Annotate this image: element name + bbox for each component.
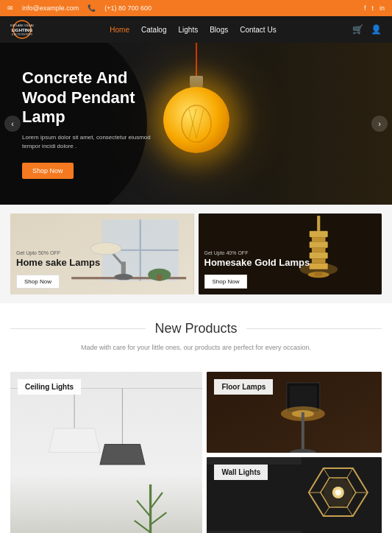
hero-description: Lorem ipsum dolor sit amet, consectetur … bbox=[22, 133, 162, 151]
section-title: New Products bbox=[154, 321, 237, 336]
promo-1-btn[interactable]: Shop Now bbox=[16, 275, 60, 289]
promo-card-2-content: Get Upto 40% OFF Homesake Gold Lamps Sho… bbox=[199, 244, 316, 294]
top-bar-social: f t in bbox=[364, 4, 385, 12]
lamp-cord bbox=[196, 43, 197, 80]
svg-rect-50 bbox=[302, 412, 304, 453]
product-col-left: Ceiling Lights bbox=[10, 372, 202, 533]
svg-point-63 bbox=[324, 478, 353, 507]
facebook-icon[interactable]: f bbox=[364, 4, 366, 12]
svg-point-14 bbox=[114, 274, 132, 280]
svg-line-7 bbox=[196, 109, 204, 138]
hero-title: Concrete And Wood Pendant Lamp bbox=[22, 68, 162, 127]
hero-next-arrow[interactable]: › bbox=[371, 116, 388, 132]
hero-prev-arrow[interactable]: ‹ bbox=[4, 116, 21, 132]
top-bar: ✉ info@example.com 📞 (+1) 80 700 600 f t… bbox=[0, 0, 392, 16]
floor-lamps-label: Floor Lamps bbox=[214, 379, 273, 395]
email-icon: ✉ bbox=[7, 4, 13, 12]
svg-rect-20 bbox=[317, 216, 320, 231]
svg-rect-21 bbox=[309, 231, 327, 237]
nav-blogs[interactable]: Blogs bbox=[210, 26, 228, 34]
promo-1-discount: Get Upto 50% OFF bbox=[16, 250, 100, 255]
instagram-icon[interactable]: in bbox=[379, 4, 385, 12]
svg-rect-22 bbox=[311, 237, 325, 241]
nav-links: Home Catalog Lights Blogs Contact Us bbox=[110, 26, 276, 34]
section-divider: New Products bbox=[10, 321, 382, 336]
promo-1-title: Home sake Lamps bbox=[16, 257, 100, 269]
svg-rect-47 bbox=[290, 386, 317, 409]
product-grid: Ceiling Lights bbox=[0, 363, 392, 533]
nav-icons: 🛒 👤 bbox=[352, 24, 382, 35]
svg-marker-36 bbox=[100, 445, 145, 465]
wall-lights-card[interactable]: Wall Lights bbox=[207, 457, 382, 533]
promo-2-discount: Get Upto 40% OFF bbox=[204, 250, 310, 255]
nav-home[interactable]: Home bbox=[110, 26, 129, 34]
product-col-right: Floor Lamps bbox=[207, 372, 382, 533]
promo-2-title: Homesake Gold Lamps bbox=[204, 257, 310, 269]
user-icon[interactable]: 👤 bbox=[371, 24, 382, 35]
svg-marker-34 bbox=[49, 428, 100, 453]
svg-text:LIGHTING: LIGHTING bbox=[12, 28, 33, 32]
nav-catalog[interactable]: Catalog bbox=[141, 26, 166, 34]
svg-point-4 bbox=[182, 105, 211, 142]
navbar: WESTLAKE VILLAGE LIGHTING & ACCESSORIES … bbox=[0, 16, 392, 43]
wall-lights-label: Wall Lights bbox=[214, 465, 268, 480]
floor-lamps-card[interactable]: Floor Lamps bbox=[207, 372, 382, 453]
logo-icon: WESTLAKE VILLAGE LIGHTING & ACCESSORIES bbox=[10, 19, 34, 40]
phone-text: (+1) 80 700 600 bbox=[104, 4, 152, 12]
hero-content: Concrete And Wood Pendant Lamp Lorem ips… bbox=[0, 68, 162, 178]
svg-text:WESTLAKE VILLAGE: WESTLAKE VILLAGE bbox=[10, 24, 34, 27]
svg-text:& ACCESSORIES: & ACCESSORIES bbox=[12, 33, 33, 36]
new-products-section: New Products Made with care for your lit… bbox=[0, 303, 392, 363]
nav-contact[interactable]: Contact Us bbox=[240, 26, 276, 34]
logo: WESTLAKE VILLAGE LIGHTING & ACCESSORIES bbox=[10, 19, 34, 40]
email-text: info@example.com bbox=[22, 4, 79, 12]
ceiling-lights-label: Ceiling Lights bbox=[18, 379, 81, 395]
promo-card-2: Get Upto 40% OFF Homesake Gold Lamps Sho… bbox=[199, 213, 382, 294]
nav-lights[interactable]: Lights bbox=[178, 26, 198, 34]
divider-right bbox=[246, 328, 382, 329]
hero-shop-button[interactable]: Shop Now bbox=[22, 163, 74, 179]
ceiling-lights-card[interactable]: Ceiling Lights bbox=[10, 372, 202, 533]
promo-card-1: Get Upto 50% OFF Home sake Lamps Shop No… bbox=[10, 213, 194, 294]
phone-icon: 📞 bbox=[88, 4, 96, 12]
svg-rect-18 bbox=[157, 275, 162, 280]
lamp-bulb bbox=[163, 87, 229, 153]
twitter-icon[interactable]: t bbox=[371, 4, 374, 12]
cart-icon[interactable]: 🛒 bbox=[352, 24, 363, 35]
hero-section: Concrete And Wood Pendant Lamp Lorem ips… bbox=[0, 43, 392, 205]
top-bar-contact: ✉ info@example.com 📞 (+1) 80 700 600 bbox=[7, 4, 152, 12]
promo-card-1-content: Get Upto 50% OFF Home sake Lamps Shop No… bbox=[10, 244, 106, 294]
section-subtitle: Made with care for your little ones, our… bbox=[10, 342, 382, 353]
promo-2-btn[interactable]: Shop Now bbox=[204, 275, 248, 289]
divider-left bbox=[10, 328, 146, 329]
promo-section: Get Upto 50% OFF Home sake Lamps Shop No… bbox=[0, 205, 392, 303]
